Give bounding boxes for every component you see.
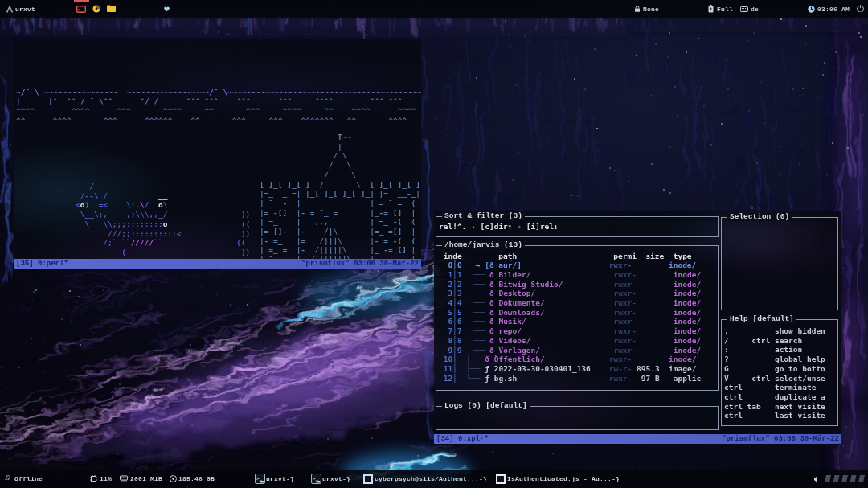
svg-text:>_: >_ xyxy=(78,8,84,13)
svg-text:>_: >_ xyxy=(256,476,263,482)
svg-text:>_: >_ xyxy=(313,476,319,482)
